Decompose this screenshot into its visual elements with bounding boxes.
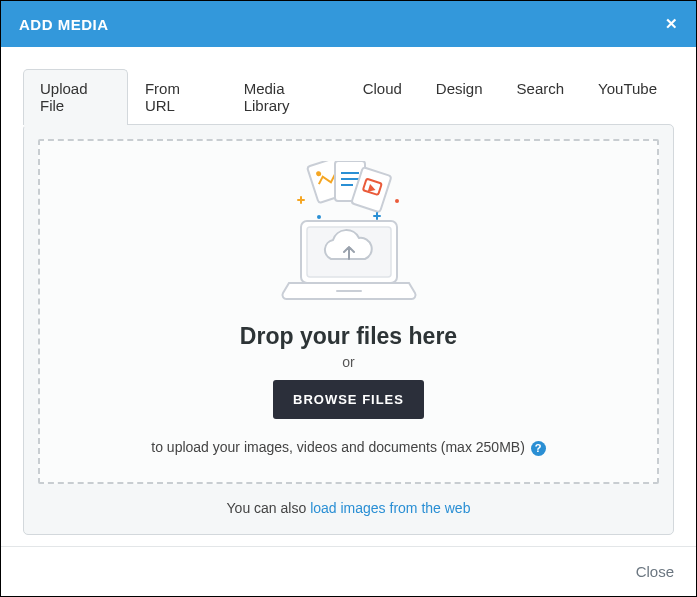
tab-label: Upload File: [40, 80, 88, 114]
browse-files-button[interactable]: BROWSE FILES: [273, 380, 424, 419]
tab-design[interactable]: Design: [419, 69, 500, 125]
modal-footer: Close: [1, 546, 696, 596]
tab-label: YouTube: [598, 80, 657, 97]
add-media-modal: ADD MEDIA ✕ Upload File From URL Media L…: [0, 0, 697, 597]
svg-point-14: [395, 199, 399, 203]
also-prefix: You can also: [227, 500, 311, 516]
upload-hint-text: to upload your images, videos and docume…: [151, 439, 525, 455]
close-button[interactable]: Close: [636, 563, 674, 580]
tab-upload-file[interactable]: Upload File: [23, 69, 128, 125]
tab-media-library[interactable]: Media Library: [227, 69, 346, 125]
tab-label: Search: [517, 80, 565, 97]
also-text: You can also load images from the web: [38, 500, 659, 516]
dropzone[interactable]: Drop your files here or BROWSE FILES to …: [38, 139, 659, 484]
tab-cloud[interactable]: Cloud: [346, 69, 419, 125]
upload-panel: Drop your files here or BROWSE FILES to …: [23, 124, 674, 535]
tabs: Upload File From URL Media Library Cloud…: [23, 69, 674, 125]
help-icon[interactable]: ?: [531, 441, 546, 456]
tab-from-url[interactable]: From URL: [128, 69, 227, 125]
svg-point-11: [317, 215, 321, 219]
tab-label: Cloud: [363, 80, 402, 97]
modal-title: ADD MEDIA: [19, 16, 109, 33]
modal-header: ADD MEDIA ✕: [1, 1, 696, 47]
upload-hint: to upload your images, videos and docume…: [50, 439, 647, 456]
upload-illustration-icon: [249, 161, 449, 315]
dropzone-title: Drop your files here: [50, 323, 647, 350]
close-icon[interactable]: ✕: [665, 15, 678, 33]
dropzone-or: or: [50, 354, 647, 370]
tab-search[interactable]: Search: [500, 69, 582, 125]
tab-label: Media Library: [244, 80, 290, 114]
tab-label: Design: [436, 80, 483, 97]
tab-youtube[interactable]: YouTube: [581, 69, 674, 125]
modal-body: Upload File From URL Media Library Cloud…: [1, 47, 696, 546]
load-from-web-link[interactable]: load images from the web: [310, 500, 470, 516]
tab-label: From URL: [145, 80, 180, 114]
